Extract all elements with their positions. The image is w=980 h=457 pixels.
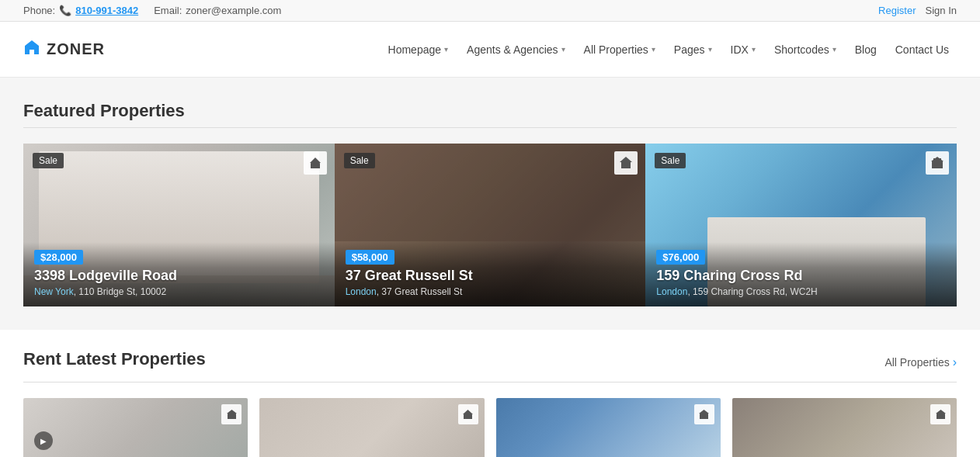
property-card-1[interactable]: Sale $28,000 3398 Lodgeville Road New Yo… <box>23 144 335 306</box>
chevron-down-icon: ▾ <box>561 45 565 54</box>
svg-rect-12 <box>933 158 935 161</box>
svg-marker-11 <box>931 157 944 161</box>
rent-properties-grid: ▶ <box>23 398 957 457</box>
logo-icon <box>23 39 40 61</box>
featured-section-header: Featured Properties <box>23 101 957 128</box>
top-bar-contact: Phone: 📞 810-991-3842 Email: zoner@examp… <box>23 5 281 16</box>
phone-number[interactable]: 810-991-3842 <box>75 5 138 16</box>
phone-icon: 📞 <box>59 5 71 16</box>
property-info-2: $58,000 37 Great Russell St London, 37 G… <box>335 242 646 306</box>
svg-rect-2 <box>316 164 318 167</box>
sale-badge-3: Sale <box>655 153 686 168</box>
rent-image-1 <box>23 398 248 457</box>
svg-marker-15 <box>227 410 237 414</box>
property-card-3[interactable]: Sale $76,000 159 Charing Cross Rd London… <box>645 144 957 306</box>
svg-rect-16 <box>464 414 472 419</box>
nav-idx[interactable]: IDX ▾ <box>723 37 763 62</box>
svg-marker-19 <box>699 410 709 414</box>
nav-all-properties[interactable]: All Properties ▾ <box>576 37 663 62</box>
all-properties-link[interactable]: All Properties › <box>884 355 957 369</box>
rent-type-icon-4 <box>930 404 950 424</box>
email-info: Email: zoner@example.com <box>154 5 281 16</box>
rent-type-icon-2 <box>458 404 478 424</box>
email-address: zoner@example.com <box>186 5 281 16</box>
property-info-3: $76,000 159 Charing Cross Rd London, 159… <box>645 242 957 306</box>
top-bar: Phone: 📞 810-991-3842 Email: zoner@examp… <box>0 0 980 22</box>
svg-rect-10 <box>938 163 940 166</box>
rent-type-icon-1 <box>221 404 242 424</box>
nav-shortcodes[interactable]: Shortcodes ▾ <box>766 37 844 62</box>
property-info-1: $28,000 3398 Lodgeville Road New York, 1… <box>23 242 335 306</box>
chevron-down-icon: ▾ <box>752 45 756 54</box>
phone-label: Phone: <box>23 5 55 16</box>
property-city-3: London <box>656 286 687 297</box>
top-bar-auth: Register Sign In <box>878 5 957 16</box>
logo[interactable]: ZONER <box>23 39 105 61</box>
svg-rect-6 <box>627 164 629 166</box>
nav-blog[interactable]: Blog <box>847 37 884 62</box>
rent-card-2[interactable] <box>259 398 484 457</box>
signin-link[interactable]: Sign In <box>926 5 957 16</box>
rent-divider <box>23 382 957 383</box>
chevron-down-icon: ▾ <box>444 45 448 54</box>
property-city-2: London <box>346 286 377 297</box>
main-content: Featured Properties Sale $28,000 3398 Lo… <box>0 78 980 457</box>
property-type-icon-1 <box>304 151 327 175</box>
rent-image-4 <box>732 398 957 457</box>
svg-rect-5 <box>624 164 626 168</box>
price-badge-2: $58,000 <box>346 250 394 265</box>
chevron-down-icon: ▾ <box>832 45 836 54</box>
svg-rect-9 <box>934 163 937 168</box>
rent-image-2 <box>259 398 484 457</box>
nav-contact[interactable]: Contact Us <box>888 37 957 62</box>
nav-homepage[interactable]: Homepage ▾ <box>381 37 457 62</box>
nav-pages[interactable]: Pages ▾ <box>666 37 720 62</box>
sale-badge-2: Sale <box>344 153 375 168</box>
chevron-down-icon: ▾ <box>652 45 655 54</box>
property-name-3: 159 Charing Cross Rd <box>656 268 946 284</box>
chevron-down-icon: ▾ <box>708 45 712 54</box>
svg-rect-8 <box>932 161 943 168</box>
register-link[interactable]: Register <box>878 5 916 16</box>
all-properties-label: All Properties <box>884 356 949 369</box>
rent-card-4[interactable] <box>732 398 957 457</box>
chevron-right-icon: › <box>953 355 957 369</box>
svg-rect-18 <box>700 414 708 419</box>
main-header: ZONER Homepage ▾ Agents & Agencies ▾ All… <box>0 22 980 78</box>
rent-image-3 <box>496 398 721 457</box>
property-name-2: 37 Great Russell St <box>346 268 635 284</box>
svg-marker-21 <box>936 410 946 414</box>
property-name-1: 3398 Lodgeville Road <box>34 268 324 284</box>
rent-title: Rent Latest Properties <box>23 349 206 369</box>
play-icon-1: ▶ <box>34 431 53 450</box>
property-type-icon-2 <box>614 151 638 175</box>
section-divider <box>23 127 957 128</box>
rent-card-1[interactable]: ▶ <box>23 398 248 457</box>
nav-agents[interactable]: Agents & Agencies ▾ <box>459 37 573 62</box>
svg-rect-13 <box>940 158 941 161</box>
property-city-1: New York <box>34 286 74 297</box>
property-address-3: London, 159 Charing Cross Rd, WC2H <box>656 286 946 297</box>
price-badge-3: $76,000 <box>656 250 705 265</box>
svg-marker-7 <box>620 157 632 162</box>
main-nav: Homepage ▾ Agents & Agencies ▾ All Prope… <box>381 37 957 62</box>
price-badge-1: $28,000 <box>34 250 83 265</box>
rent-section: Rent Latest Properties All Properties › … <box>0 330 980 457</box>
sale-badge-1: Sale <box>33 153 64 168</box>
logo-text: ZONER <box>47 40 105 58</box>
property-card-2[interactable]: Sale $58,000 37 Great Russell St London,… <box>335 144 646 306</box>
svg-marker-3 <box>310 158 321 163</box>
featured-title: Featured Properties <box>23 101 957 121</box>
rent-type-icon-3 <box>694 404 714 424</box>
svg-rect-1 <box>313 164 315 168</box>
rent-card-3[interactable] <box>496 398 721 457</box>
featured-properties-grid: Sale $28,000 3398 Lodgeville Road New Yo… <box>23 144 957 306</box>
property-type-icon-3 <box>926 151 949 175</box>
property-address-2: London, 37 Great Russell St <box>346 286 635 297</box>
svg-marker-17 <box>463 410 473 414</box>
email-label: Email: <box>154 5 182 16</box>
phone-info: Phone: 📞 810-991-3842 <box>23 5 138 16</box>
rent-section-header: Rent Latest Properties All Properties › <box>23 349 957 376</box>
svg-rect-14 <box>228 414 236 419</box>
property-address-1: New York, 110 Bridge St, 10002 <box>34 286 324 297</box>
